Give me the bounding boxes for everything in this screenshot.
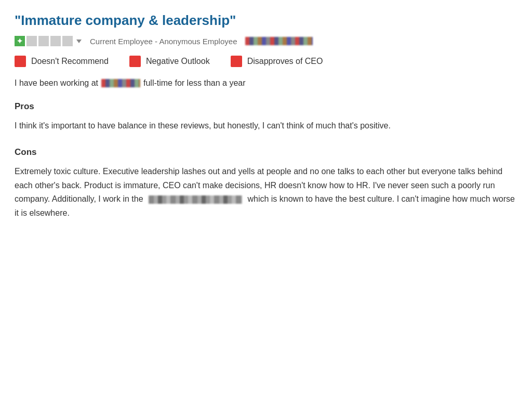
pros-heading: Pros — [15, 101, 517, 112]
badge-negative-outlook: Negative Outlook — [129, 56, 210, 67]
doesnt-recommend-icon — [15, 56, 26, 67]
badge-doesnt-recommend: Doesn't Recommend — [15, 56, 109, 67]
working-prefix: I have been working at — [15, 78, 98, 88]
review-meta: ✦ Current Employee - Anonymous Employee — [15, 36, 517, 46]
badges-row: Doesn't Recommend Negative Outlook Disap… — [15, 56, 517, 67]
blurred-company-name — [245, 37, 313, 45]
working-statement: I have been working at full-time for les… — [15, 78, 517, 88]
rating-dropdown-arrow[interactable] — [76, 40, 82, 43]
star-5 — [62, 36, 73, 46]
star-3 — [38, 36, 49, 46]
star-2 — [26, 36, 37, 46]
doesnt-recommend-label: Doesn't Recommend — [31, 57, 109, 66]
star-1: ✦ — [15, 36, 25, 46]
blurred-department — [149, 195, 242, 204]
cons-content: Extremely toxic culture. Executive leade… — [15, 165, 517, 220]
disapproves-ceo-label: Disapproves of CEO — [247, 57, 323, 66]
blurred-company-inline — [101, 79, 140, 87]
employee-info: Current Employee - Anonymous Employee — [90, 37, 237, 46]
working-suffix: full-time for less than a year — [143, 78, 246, 88]
badge-disapproves-ceo: Disapproves of CEO — [231, 56, 323, 67]
pros-content: I think it's important to have balance i… — [15, 119, 517, 133]
star-rating: ✦ — [15, 36, 82, 46]
cons-heading: Cons — [15, 147, 517, 158]
review-title: "Immature company & leadership" — [15, 12, 517, 29]
star-4 — [50, 36, 61, 46]
disapproves-ceo-icon — [231, 56, 242, 67]
negative-outlook-label: Negative Outlook — [146, 57, 210, 66]
negative-outlook-icon — [129, 56, 141, 67]
